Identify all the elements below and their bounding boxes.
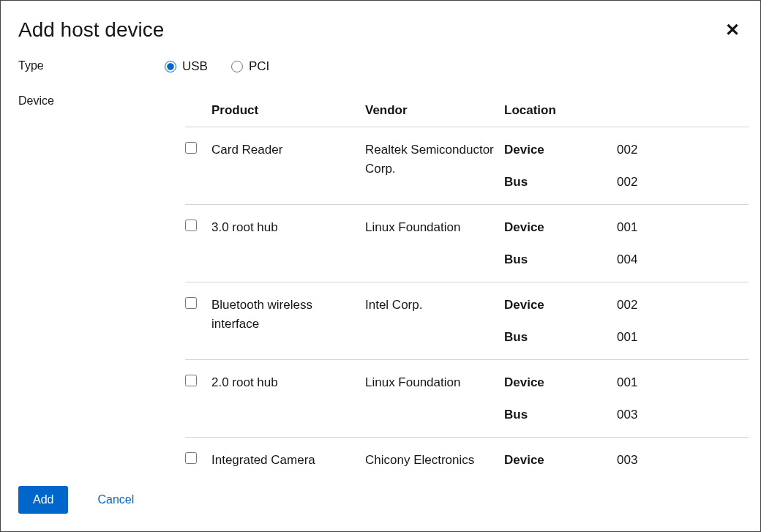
- row-checkbox-cell: [185, 127, 211, 205]
- row-product: 2.0 root hub: [211, 360, 365, 438]
- location-device-key: Device: [504, 296, 614, 315]
- modal-header: Add host device ✕: [18, 18, 743, 42]
- device-table-row: 3.0 root hubLinux FoundationDevice001Bus…: [185, 205, 749, 282]
- modal-footer: Add Cancel: [18, 468, 743, 514]
- location-bus-value: 004: [617, 250, 749, 269]
- row-product: 3.0 root hub: [211, 205, 365, 282]
- row-product: Card Reader: [211, 127, 365, 205]
- location-bus-value: 002: [617, 173, 749, 192]
- location-device-key: Device: [504, 141, 614, 160]
- type-label: Type: [18, 59, 165, 72]
- close-button[interactable]: ✕: [722, 21, 743, 39]
- device-label: Device: [18, 94, 165, 108]
- location-device-value: 001: [617, 218, 749, 237]
- device-table: Product Vendor Location Card ReaderRealt…: [185, 94, 749, 468]
- row-vendor: Chicony Electronics Co., Ltd: [365, 438, 504, 469]
- location-bus-key: Bus: [504, 405, 614, 424]
- location-device-key: Device: [504, 373, 614, 392]
- row-location: Device002Bus001: [504, 282, 749, 360]
- add-button[interactable]: Add: [18, 486, 68, 514]
- row-checkbox-cell: [185, 438, 211, 469]
- location-device-key: Device: [504, 451, 614, 468]
- type-row: Type USB PCI: [18, 59, 743, 74]
- row-checkbox-cell: [185, 205, 211, 282]
- location-device-value: 002: [617, 141, 749, 160]
- row-vendor: Linux Foundation: [365, 360, 504, 438]
- row-checkbox[interactable]: [185, 142, 197, 154]
- row-checkbox[interactable]: [185, 375, 197, 386]
- header-product: Product: [211, 94, 365, 127]
- row-location: Device002Bus002: [504, 127, 749, 205]
- add-host-device-modal: Add host device ✕ Type USB PCI Dev: [0, 0, 761, 532]
- row-product: Integrated Camera (1280x720@30): [211, 438, 365, 469]
- location-bus-key: Bus: [504, 173, 614, 192]
- location-device-key: Device: [504, 218, 614, 237]
- row-checkbox[interactable]: [185, 297, 197, 309]
- modal-scroll-area[interactable]: Type USB PCI Device: [18, 59, 749, 468]
- type-radio-pci-input[interactable]: [231, 61, 243, 72]
- row-location: Device003: [504, 438, 749, 469]
- device-table-row: Bluetooth wireless interfaceIntel Corp.D…: [185, 282, 749, 360]
- header-location: Location: [504, 94, 749, 127]
- cancel-button[interactable]: Cancel: [97, 493, 134, 506]
- modal-title: Add host device: [18, 18, 164, 42]
- device-table-row: 2.0 root hubLinux FoundationDevice001Bus…: [185, 360, 749, 438]
- type-radio-pci-label: PCI: [249, 59, 269, 74]
- device-table-row: Integrated Camera (1280x720@30)Chicony E…: [185, 438, 749, 469]
- location-device-value: 003: [617, 451, 749, 468]
- location-device-value: 001: [617, 373, 749, 392]
- row-location: Device001Bus004: [504, 205, 749, 282]
- location-bus-value: 003: [617, 405, 749, 424]
- device-table-row: Card ReaderRealtek Semiconductor Corp.De…: [185, 127, 749, 205]
- device-row: Device Product Vendor Location Card Read…: [18, 94, 743, 468]
- header-checkbox-col: [185, 94, 211, 127]
- row-checkbox[interactable]: [185, 220, 197, 231]
- row-checkbox[interactable]: [185, 452, 197, 464]
- type-radio-usb-label: USB: [182, 59, 208, 74]
- type-radio-usb-input[interactable]: [165, 61, 176, 72]
- type-radio-usb[interactable]: USB: [165, 59, 208, 74]
- location-device-value: 002: [617, 296, 749, 315]
- location-bus-key: Bus: [504, 328, 614, 347]
- type-radio-group: USB PCI: [165, 59, 743, 74]
- row-location: Device001Bus003: [504, 360, 749, 438]
- row-product: Bluetooth wireless interface: [211, 282, 365, 360]
- type-radio-pci[interactable]: PCI: [231, 59, 269, 74]
- header-vendor: Vendor: [365, 94, 504, 127]
- location-bus-key: Bus: [504, 250, 614, 269]
- location-bus-value: 001: [617, 328, 749, 347]
- device-table-header-row: Product Vendor Location: [185, 94, 749, 127]
- row-checkbox-cell: [185, 360, 211, 438]
- row-checkbox-cell: [185, 282, 211, 360]
- row-vendor: Realtek Semiconductor Corp.: [365, 127, 504, 205]
- row-vendor: Intel Corp.: [365, 282, 504, 360]
- row-vendor: Linux Foundation: [365, 205, 504, 282]
